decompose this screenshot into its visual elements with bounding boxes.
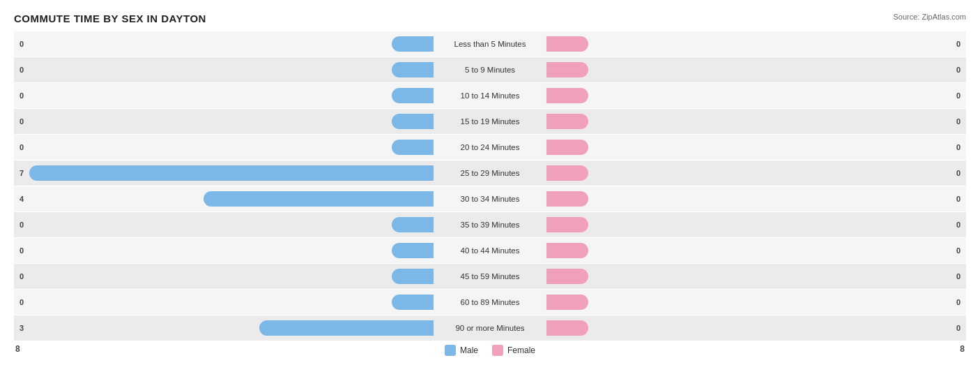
bottom-row: 8 Male Female 8 — [14, 342, 966, 356]
female-bar — [546, 114, 588, 129]
chart-container: COMMUTE TIME BY SEX IN DAYTON Source: Zi… — [0, 0, 980, 365]
bar-label: 5 to 9 Minutes — [434, 66, 546, 74]
male-bar — [392, 114, 434, 129]
male-section: 0 — [14, 83, 434, 108]
female-section: 0 — [546, 264, 966, 289]
male-bar — [392, 140, 434, 155]
female-section: 0 — [546, 186, 966, 211]
bar-row: 035 to 39 Minutes0 — [14, 212, 966, 237]
male-value-label: 4 — [20, 195, 24, 203]
bar-label: 35 to 39 Minutes — [434, 221, 546, 229]
male-section: 0 — [14, 212, 434, 237]
male-bar — [392, 217, 434, 232]
male-section: 0 — [14, 135, 434, 160]
female-bar — [546, 62, 588, 77]
female-value-label: 0 — [956, 195, 960, 203]
bar-row: 040 to 44 Minutes0 — [14, 238, 966, 263]
male-section: 4 — [14, 186, 434, 211]
female-bar — [546, 217, 588, 232]
bar-row: 020 to 24 Minutes0 — [14, 135, 966, 160]
bar-row: 010 to 14 Minutes0 — [14, 83, 966, 108]
bar-label: 10 to 14 Minutes — [434, 91, 546, 100]
title-row: COMMUTE TIME BY SEX IN DAYTON Source: Zi… — [14, 13, 966, 24]
male-value-label: 0 — [20, 272, 24, 281]
bar-label: 25 to 29 Minutes — [434, 169, 546, 177]
male-bar — [392, 243, 434, 258]
bar-row: 430 to 34 Minutes0 — [14, 186, 966, 211]
legend-female-label: Female — [507, 345, 535, 355]
male-section: 0 — [14, 290, 434, 315]
chart-area: 0Less than 5 Minutes005 to 9 Minutes0010… — [14, 31, 966, 341]
female-section: 0 — [546, 315, 966, 341]
male-section: 0 — [14, 109, 434, 134]
legend-female: Female — [492, 345, 535, 356]
bar-label: 40 to 44 Minutes — [434, 246, 546, 255]
bar-label: 45 to 59 Minutes — [434, 272, 546, 281]
male-section: 0 — [14, 31, 434, 57]
bar-row: 05 to 9 Minutes0 — [14, 57, 966, 82]
female-section: 0 — [546, 290, 966, 315]
female-bar — [546, 36, 588, 52]
bar-row: 045 to 59 Minutes0 — [14, 264, 966, 289]
male-bar — [392, 62, 434, 77]
bar-label: Less than 5 Minutes — [434, 40, 546, 48]
source-text: Source: ZipAtlas.com — [893, 13, 966, 21]
female-section: 0 — [546, 83, 966, 108]
legend-male-label: Male — [460, 345, 478, 355]
male-value-label: 3 — [20, 324, 24, 332]
female-value-label: 0 — [956, 221, 960, 229]
legend-male: Male — [445, 345, 478, 356]
female-value-label: 0 — [956, 324, 960, 332]
female-bar — [546, 191, 588, 207]
male-color-box — [445, 345, 456, 356]
bar-label: 15 to 19 Minutes — [434, 117, 546, 126]
female-value-label: 0 — [956, 66, 960, 74]
bar-label: 90 or more Minutes — [434, 324, 546, 332]
female-value-label: 0 — [956, 246, 960, 255]
female-bar — [546, 295, 588, 310]
male-bar — [259, 320, 434, 336]
male-value-label: 0 — [20, 221, 24, 229]
female-value-label: 0 — [956, 169, 960, 177]
male-section: 7 — [14, 161, 434, 186]
male-section: 0 — [14, 264, 434, 289]
female-value-label: 0 — [956, 298, 960, 306]
male-bar — [392, 36, 434, 52]
male-bar — [392, 269, 434, 284]
female-bar — [546, 140, 588, 155]
bar-row: 390 or more Minutes0 — [14, 315, 966, 341]
female-section: 0 — [546, 212, 966, 237]
male-value-label: 0 — [20, 66, 24, 74]
bar-row: 0Less than 5 Minutes0 — [14, 31, 966, 57]
female-color-box — [492, 345, 503, 356]
male-bar — [29, 165, 434, 181]
bar-label: 60 to 89 Minutes — [434, 298, 546, 306]
female-bar — [546, 243, 588, 258]
female-section: 0 — [546, 238, 966, 263]
legend: Male Female — [445, 345, 535, 356]
female-section: 0 — [546, 135, 966, 160]
male-bar — [392, 295, 434, 310]
female-section: 0 — [546, 161, 966, 186]
male-value-label: 0 — [20, 91, 24, 100]
bar-row: 060 to 89 Minutes0 — [14, 290, 966, 315]
male-value-label: 0 — [20, 298, 24, 306]
male-section: 0 — [14, 238, 434, 263]
male-value-label: 0 — [20, 246, 24, 255]
female-bar — [546, 165, 588, 181]
female-bar — [546, 320, 588, 336]
bar-row: 015 to 19 Minutes0 — [14, 109, 966, 134]
male-value-label: 0 — [20, 40, 24, 48]
male-value-label: 0 — [20, 143, 24, 151]
female-section: 0 — [546, 31, 966, 57]
female-bar — [546, 269, 588, 284]
male-bar — [392, 88, 434, 103]
female-value-label: 0 — [956, 40, 960, 48]
bar-label: 30 to 34 Minutes — [434, 195, 546, 203]
male-value-label: 0 — [20, 117, 24, 126]
male-value-label: 7 — [20, 169, 24, 177]
chart-title: COMMUTE TIME BY SEX IN DAYTON — [14, 13, 206, 24]
bar-row: 725 to 29 Minutes0 — [14, 161, 966, 186]
female-value-label: 0 — [956, 272, 960, 281]
female-value-label: 0 — [956, 117, 960, 126]
